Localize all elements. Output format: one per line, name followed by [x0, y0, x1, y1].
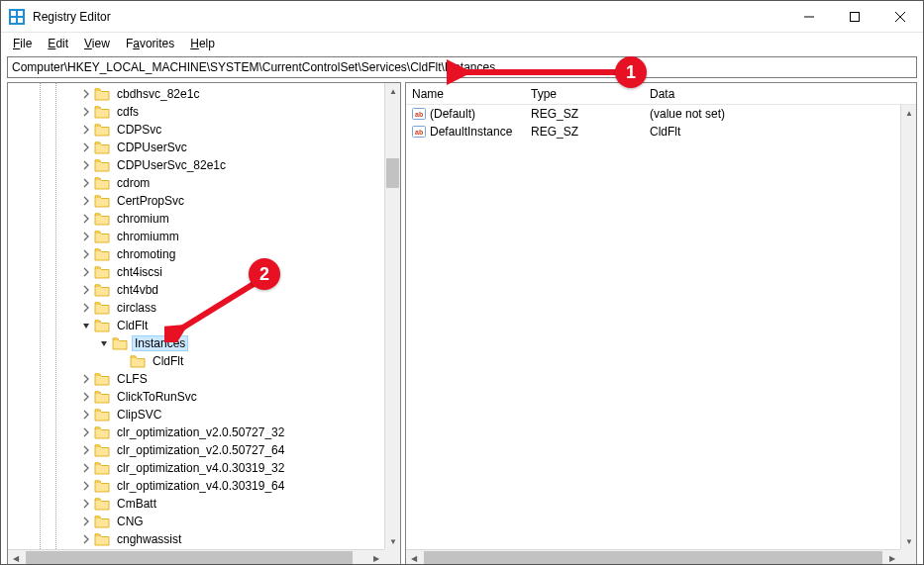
scroll-up-button[interactable]: ▲	[385, 83, 401, 99]
tree-node[interactable]: circlass	[8, 299, 325, 317]
chevron-right-icon[interactable]	[79, 532, 93, 546]
value-row[interactable]: abDefaultInstanceREG_SZCldFlt	[406, 123, 900, 141]
menu-file[interactable]: File	[7, 35, 38, 52]
tree-node[interactable]: CDPUserSvc_82e1c	[8, 156, 325, 174]
tree-node-label: CDPSvc	[114, 122, 164, 138]
chevron-right-icon[interactable]	[79, 443, 93, 457]
tree-node[interactable]: chromoting	[8, 245, 325, 263]
chevron-right-icon[interactable]	[79, 123, 93, 137]
column-data[interactable]: Data	[644, 83, 916, 104]
scroll-down-button[interactable]: ▼	[385, 533, 401, 549]
tree-node[interactable]: CmBatt	[8, 495, 325, 513]
chevron-right-icon[interactable]	[79, 479, 93, 493]
menu-view[interactable]: View	[78, 35, 116, 52]
value-data-cell: CldFlt	[644, 125, 900, 139]
address-bar[interactable]: Computer\HKEY_LOCAL_MACHINE\SYSTEM\Curre…	[7, 56, 917, 78]
folder-icon	[94, 497, 110, 511]
tree-node[interactable]: cht4vbd	[8, 281, 325, 299]
main-area: cbdhsvc_82e1ccdfsCDPSvcCDPUserSvcCDPUser…	[1, 82, 923, 565]
scroll-left-button[interactable]: ◀	[8, 550, 24, 565]
scroll-thumb[interactable]	[26, 551, 353, 564]
chevron-right-icon[interactable]	[79, 301, 93, 315]
chevron-right-icon[interactable]	[79, 265, 93, 279]
tree-node[interactable]: Instances	[8, 334, 325, 352]
tree-node[interactable]: CLFS	[8, 370, 325, 388]
svg-rect-3	[11, 18, 16, 23]
tree-node[interactable]: CldFlt	[8, 352, 325, 370]
scroll-right-button[interactable]: ▶	[368, 550, 384, 565]
folder-icon	[94, 87, 110, 101]
column-name[interactable]: Name	[406, 83, 525, 104]
chevron-right-icon[interactable]	[79, 230, 93, 243]
chevron-right-icon[interactable]	[79, 158, 93, 172]
values-pane: Name Type Data ab(Default)REG_SZ(value n…	[405, 82, 917, 565]
values-header: Name Type Data	[406, 83, 916, 105]
tree-node[interactable]: chromium	[8, 210, 325, 228]
tree-node[interactable]: cht4iscsi	[8, 263, 325, 281]
chevron-right-icon[interactable]	[79, 176, 93, 190]
value-row[interactable]: ab(Default)REG_SZ(value not set)	[406, 105, 900, 123]
values-horizontal-scrollbar[interactable]: ◀ ▶	[406, 549, 900, 565]
menu-edit[interactable]: Edit	[42, 35, 74, 52]
chevron-down-icon[interactable]	[79, 319, 93, 332]
chevron-right-icon[interactable]	[79, 497, 93, 511]
tree-node[interactable]: CNG	[8, 513, 325, 530]
minimize-button[interactable]	[786, 1, 832, 33]
tree-node[interactable]: ClickToRunSvc	[8, 388, 325, 406]
chevron-down-icon[interactable]	[97, 336, 111, 350]
column-type[interactable]: Type	[525, 83, 644, 104]
tree-node[interactable]: cbdhsvc_82e1c	[8, 85, 325, 103]
folder-icon	[94, 105, 110, 119]
chevron-right-icon[interactable]	[79, 194, 93, 208]
folder-icon	[94, 461, 110, 475]
tree-node-label: chromoting	[114, 246, 178, 262]
scroll-up-button[interactable]: ▲	[901, 105, 917, 121]
chevron-right-icon[interactable]	[79, 212, 93, 226]
chevron-right-icon[interactable]	[79, 283, 93, 297]
folder-icon	[94, 372, 110, 386]
value-name-cell: ab(Default)	[406, 107, 525, 121]
tree-node[interactable]: CldFlt	[8, 317, 325, 334]
tree-node[interactable]: ClipSVC	[8, 406, 325, 424]
menu-favorites[interactable]: Favorites	[120, 35, 180, 52]
scroll-left-button[interactable]: ◀	[406, 550, 422, 565]
value-name: (Default)	[430, 107, 475, 121]
chevron-right-icon[interactable]	[79, 515, 93, 528]
scroll-down-button[interactable]: ▼	[901, 533, 917, 549]
tree-node[interactable]: CDPUserSvc	[8, 139, 325, 156]
tree-node[interactable]: cdfs	[8, 103, 325, 121]
chevron-right-icon[interactable]	[79, 141, 93, 154]
scroll-right-button[interactable]: ▶	[884, 550, 900, 565]
chevron-right-icon[interactable]	[79, 372, 93, 386]
scroll-thumb[interactable]	[424, 551, 882, 564]
tree-node-label: cht4vbd	[114, 282, 161, 298]
maximize-button[interactable]	[832, 1, 877, 33]
folder-icon	[94, 230, 110, 243]
registry-tree[interactable]: cbdhsvc_82e1ccdfsCDPSvcCDPUserSvcCDPUser…	[8, 83, 384, 549]
chevron-right-icon[interactable]	[79, 408, 93, 422]
tree-node[interactable]: CertPropSvc	[8, 192, 325, 210]
tree-node[interactable]: cnghwassist	[8, 530, 325, 548]
menu-help[interactable]: Help	[184, 35, 221, 52]
tree-node[interactable]: clr_optimization_v2.0.50727_64	[8, 441, 325, 459]
chevron-right-icon[interactable]	[79, 461, 93, 475]
chevron-right-icon[interactable]	[79, 390, 93, 404]
svg-rect-2	[18, 11, 23, 16]
tree-node[interactable]: clr_optimization_v2.0.50727_32	[8, 424, 325, 441]
chevron-right-icon[interactable]	[79, 247, 93, 261]
tree-vertical-scrollbar[interactable]: ▲ ▼	[384, 83, 400, 549]
values-vertical-scrollbar[interactable]: ▲ ▼	[900, 105, 916, 549]
values-list[interactable]: ab(Default)REG_SZ(value not set)abDefaul…	[406, 105, 900, 549]
tree-node[interactable]: clr_optimization_v4.0.30319_32	[8, 459, 325, 477]
tree-node[interactable]: clr_optimization_v4.0.30319_64	[8, 477, 325, 495]
tree-node[interactable]: chromiumm	[8, 228, 325, 245]
scroll-thumb[interactable]	[386, 158, 399, 188]
close-button[interactable]	[877, 1, 923, 33]
tree-node-label: clr_optimization_v4.0.30319_64	[114, 478, 287, 494]
tree-node[interactable]: cdrom	[8, 174, 325, 192]
chevron-right-icon[interactable]	[79, 425, 93, 439]
tree-horizontal-scrollbar[interactable]: ◀ ▶	[8, 549, 384, 565]
chevron-right-icon[interactable]	[79, 87, 93, 101]
chevron-right-icon[interactable]	[79, 105, 93, 119]
tree-node[interactable]: CDPSvc	[8, 121, 325, 139]
